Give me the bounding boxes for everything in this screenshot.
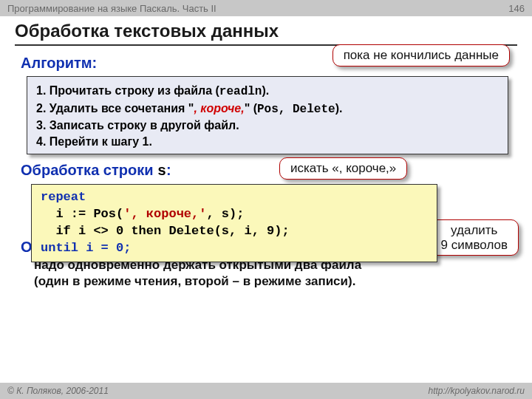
page-title: Обработка текстовых данных [15,21,517,46]
callout-search-text: искать «, короче,» [290,161,396,175]
title-row: Обработка текстовых данных [0,16,532,47]
algo-step-1: 1. Прочитать строку из файла (readln). [36,83,499,100]
callout-delete: удалить 9 символов [430,219,519,256]
course-title: Программирование на языке Паскаль. Часть… [7,3,216,14]
content-area: Алгоритм: 1. Прочитать строку из файла (… [0,47,532,290]
algo-step-4: 4. Перейти к шагу 1. [36,134,499,150]
code-line-3: if i <> 0 then Delete(s, i, 9); [41,223,428,240]
footer-url: http://kpolyakov.narod.ru [428,386,525,396]
copyright: © К. Поляков, 2006-2011 [7,386,109,396]
algo-box: 1. Прочитать строку из файла (readln). 2… [27,76,508,154]
algo-step-2: 2. Удалить все сочетания ", короче," (Po… [36,100,499,118]
code-line-4: until i = 0; [41,240,428,257]
code-line-1: repeat [41,189,428,206]
page-number: 146 [508,3,525,14]
callout-delete-l1: удалить [451,223,497,237]
callout-search: искать «, короче,» [279,157,407,180]
string-section-heading: Обработка строки s: [21,162,511,180]
algo-heading: Алгоритм: [21,55,511,72]
callout-delete-l2: 9 символов [441,238,508,252]
code-box: repeat i := Pos(', короче,', s); if i <>… [31,184,437,262]
algo-step-3: 3. Записать строку в другой файл. [36,117,499,134]
code-line-2: i := Pos(', короче,', s); [41,206,428,223]
footer-bar: © К. Поляков, 2006-2011 http://kpolyakov… [0,383,532,399]
header-bar: Программирование на языке Паскаль. Часть… [0,0,532,16]
